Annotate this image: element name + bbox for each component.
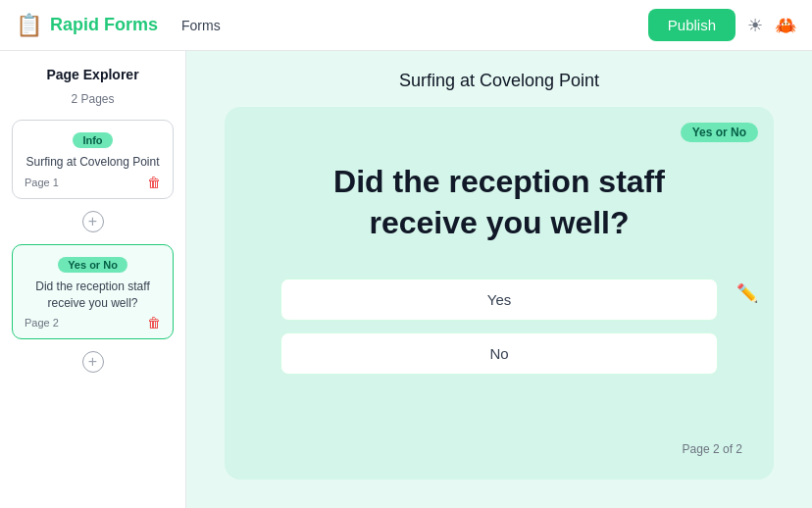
page-1-delete-button[interactable]: 🗑 [147, 175, 161, 190]
user-avatar-button[interactable]: 🦀 [775, 15, 796, 36]
page-1-badge: Info [73, 132, 112, 148]
form-options: Yes No [256, 279, 742, 375]
page-card-1[interactable]: Info Surfing at Covelong Point Page 1 🗑 [12, 120, 174, 199]
page-explorer-title: Page Explorer [12, 67, 174, 82]
page-card-2[interactable]: Yes or No Did the reception staff receiv… [12, 244, 174, 340]
page-indicator: Page 2 of 2 [256, 431, 742, 456]
app-header: 📋 Rapid Forms Forms Publish ☀ 🦀 [0, 0, 812, 51]
sidebar: Page Explorer 2 Pages Info Surfing at Co… [0, 51, 186, 508]
edit-icon[interactable]: ✏️ [736, 282, 758, 304]
logo-icon: 📋 [16, 13, 42, 38]
page-2-badge: Yes or No [58, 257, 127, 273]
option-no-button[interactable]: No [280, 332, 718, 375]
main-layout: Page Explorer 2 Pages Info Surfing at Co… [0, 51, 812, 508]
logo-area: 📋 Rapid Forms [16, 13, 158, 38]
add-page-button-1[interactable]: + [12, 207, 174, 236]
page-1-number: Page 1 [25, 177, 59, 188]
page-2-delete-button[interactable]: 🗑 [147, 315, 161, 330]
page-1-footer: Page 1 🗑 [23, 171, 163, 190]
page-2-label: Did the reception staff receive you well… [23, 279, 163, 312]
page-2-footer: Page 2 🗑 [23, 311, 163, 330]
option-yes-button[interactable]: Yes [280, 279, 718, 321]
form-question: Did the reception staff receive you well… [293, 162, 705, 243]
publish-button[interactable]: Publish [648, 9, 736, 41]
form-card-badge: Yes or No [681, 123, 758, 142]
form-title: Surfing at Covelong Point [399, 71, 599, 91]
add-page-button-2[interactable]: + [12, 347, 174, 377]
page-2-number: Page 2 [25, 317, 59, 329]
add-circle-icon-2: + [82, 351, 104, 373]
main-content: Surfing at Covelong Point Yes or No Did … [186, 51, 812, 508]
logo-text: Rapid Forms [50, 15, 158, 35]
add-circle-icon-1: + [82, 211, 104, 232]
form-card: Yes or No Did the reception staff receiv… [225, 107, 774, 480]
page-count: 2 Pages [12, 92, 174, 106]
nav-forms-link[interactable]: Forms [181, 18, 221, 33]
crab-icon: 🦀 [775, 15, 796, 36]
page-1-label: Surfing at Covelong Point [23, 154, 163, 171]
theme-toggle-button[interactable]: ☀ [747, 15, 763, 36]
header-right: Publish ☀ 🦀 [648, 9, 796, 41]
sun-icon: ☀ [747, 15, 763, 36]
